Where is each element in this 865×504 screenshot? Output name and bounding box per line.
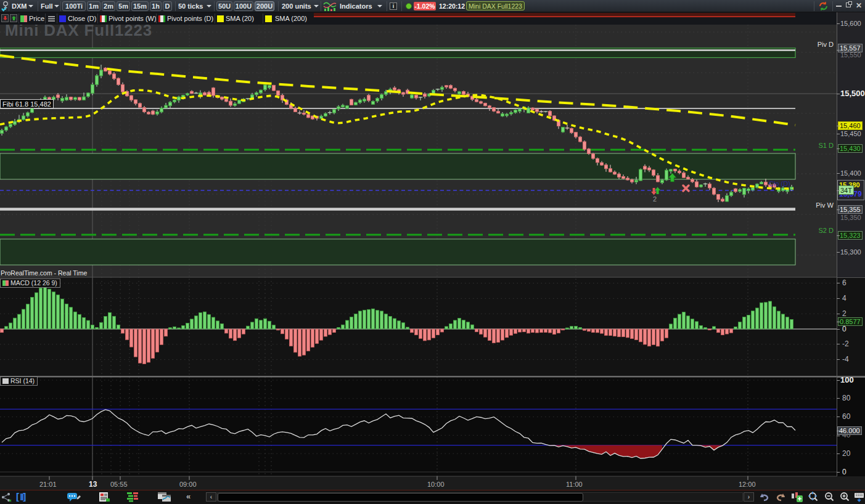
svg-text:Clo (D): Clo (D): [769, 180, 790, 187]
svg-text:2: 2: [653, 195, 657, 203]
